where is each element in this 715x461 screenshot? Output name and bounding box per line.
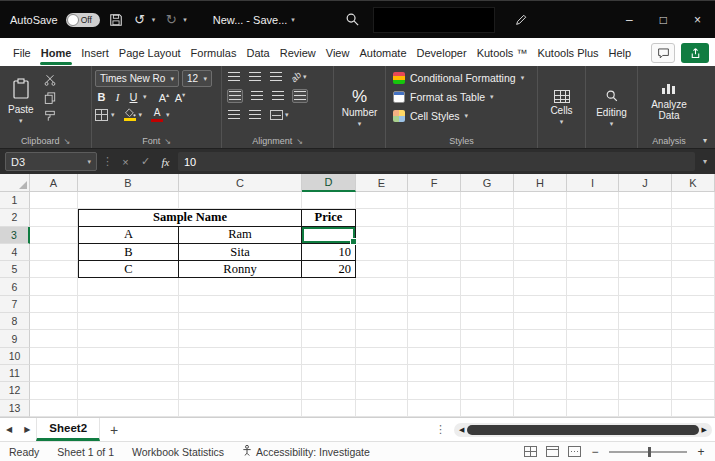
cell-C1[interactable]: [179, 192, 302, 209]
cell-K3[interactable]: [672, 227, 715, 244]
cell-K11[interactable]: [672, 365, 715, 382]
cell-I5[interactable]: [567, 261, 619, 278]
redo-chevron-icon[interactable]: ▾: [183, 16, 187, 24]
cell-D12[interactable]: [302, 382, 356, 399]
cell-F4[interactable]: [408, 244, 461, 261]
cell-A9[interactable]: [30, 330, 78, 347]
underline-chevron-icon[interactable]: ▾: [143, 93, 147, 101]
cell-H12[interactable]: [514, 382, 567, 399]
alignment-launcher-icon[interactable]: ↘: [296, 137, 303, 146]
wrap-text-button[interactable]: [292, 89, 308, 103]
cell-C7[interactable]: [179, 296, 302, 313]
row-header-10[interactable]: 10: [0, 348, 30, 365]
cell-E8[interactable]: [356, 313, 408, 330]
cell-F3[interactable]: [408, 227, 461, 244]
redo-icon[interactable]: ↻: [163, 12, 179, 27]
horizontal-scrollbar-thumb[interactable]: [467, 425, 698, 435]
align-left-button[interactable]: [227, 89, 243, 103]
add-sheet-button[interactable]: +: [100, 422, 128, 438]
cell-A6[interactable]: [30, 278, 78, 295]
cell-J5[interactable]: [619, 261, 672, 278]
merge-center-button[interactable]: ▾: [269, 109, 290, 121]
borders-button[interactable]: [95, 109, 108, 121]
normal-view-icon[interactable]: [524, 446, 537, 457]
cell-C13[interactable]: [179, 400, 302, 417]
cell-D8[interactable]: [302, 313, 356, 330]
underline-button[interactable]: U: [127, 91, 140, 103]
search-icon[interactable]: [345, 12, 361, 27]
cell-K12[interactable]: [672, 382, 715, 399]
cell-A3[interactable]: [30, 227, 78, 244]
cell-H7[interactable]: [514, 296, 567, 313]
cell-G4[interactable]: [461, 244, 514, 261]
filename[interactable]: New... - Save...: [213, 14, 288, 26]
cell-C12[interactable]: [179, 382, 302, 399]
column-header-A[interactable]: A: [30, 174, 78, 192]
cell-E9[interactable]: [356, 330, 408, 347]
zoom-in-button[interactable]: +: [696, 445, 706, 459]
cell-H1[interactable]: [514, 192, 567, 209]
cell-A13[interactable]: [30, 400, 78, 417]
cell-C10[interactable]: [179, 348, 302, 365]
row-header-4[interactable]: 4: [0, 244, 30, 261]
cell-D4[interactable]: 10: [302, 244, 356, 261]
row-header-2[interactable]: 2: [0, 209, 30, 226]
increase-indent-button[interactable]: [248, 109, 262, 121]
tab-home[interactable]: Home: [36, 41, 77, 66]
insert-function-icon[interactable]: fx: [158, 156, 173, 168]
formula-bar-expand-icon[interactable]: ▾: [700, 157, 710, 166]
workbook-statistics[interactable]: Workbook Statistics: [132, 446, 224, 458]
accessibility-status[interactable]: Accessibility: Investigate: [242, 445, 370, 458]
number-format-button[interactable]: % Number ▾: [337, 86, 382, 130]
cell-K4[interactable]: [672, 244, 715, 261]
cell-H8[interactable]: [514, 313, 567, 330]
cell-J11[interactable]: [619, 365, 672, 382]
cell-K9[interactable]: [672, 330, 715, 347]
column-header-H[interactable]: H: [514, 174, 567, 192]
cell-G7[interactable]: [461, 296, 514, 313]
cell-K13[interactable]: [672, 400, 715, 417]
cell-C5[interactable]: Ronny: [179, 261, 302, 278]
name-box[interactable]: D3 ▾: [5, 152, 97, 171]
cell-D7[interactable]: [302, 296, 356, 313]
cell-H10[interactable]: [514, 348, 567, 365]
column-header-D[interactable]: D: [302, 174, 356, 192]
column-header-K[interactable]: K: [672, 174, 715, 192]
maximize-button[interactable]: □: [660, 13, 667, 27]
cell-F7[interactable]: [408, 296, 461, 313]
cell-J12[interactable]: [619, 382, 672, 399]
row-header-3[interactable]: 3: [0, 227, 30, 244]
row-header-9[interactable]: 9: [0, 330, 30, 347]
cell-B9[interactable]: [78, 330, 179, 347]
minimize-button[interactable]: –: [626, 13, 633, 27]
increase-font-button[interactable]: A▴: [158, 91, 171, 104]
cell-G8[interactable]: [461, 313, 514, 330]
cell-G1[interactable]: [461, 192, 514, 209]
format-painter-button[interactable]: [42, 109, 58, 122]
cells-button[interactable]: Cells ▾: [541, 88, 582, 128]
orientation-button[interactable]: ab ▾: [290, 71, 308, 83]
cell-K8[interactable]: [672, 313, 715, 330]
cell-E5[interactable]: [356, 261, 408, 278]
cell-D13[interactable]: [302, 400, 356, 417]
font-name-select[interactable]: Times New Ro ▾: [95, 70, 179, 87]
cell-A1[interactable]: [30, 192, 78, 209]
cell-J10[interactable]: [619, 348, 672, 365]
column-header-E[interactable]: E: [356, 174, 408, 192]
analyze-data-button[interactable]: Analyze Data: [641, 79, 697, 124]
cell-K2[interactable]: [672, 209, 715, 226]
cell-E4[interactable]: [356, 244, 408, 261]
cell-A5[interactable]: [30, 261, 78, 278]
cell-D5[interactable]: 20: [302, 261, 356, 278]
tab-help[interactable]: Help: [604, 41, 637, 66]
cell-I12[interactable]: [567, 382, 619, 399]
horizontal-scrollbar[interactable]: ◀ ▶: [454, 423, 712, 437]
font-color-button[interactable]: A: [151, 108, 163, 122]
cell-F12[interactable]: [408, 382, 461, 399]
cell-E2[interactable]: [356, 209, 408, 226]
tab-developer[interactable]: Developer: [412, 41, 472, 66]
cell-F1[interactable]: [408, 192, 461, 209]
scroll-left-icon[interactable]: ◀: [456, 426, 467, 434]
row-header-12[interactable]: 12: [0, 382, 30, 399]
cell-H6[interactable]: [514, 278, 567, 295]
